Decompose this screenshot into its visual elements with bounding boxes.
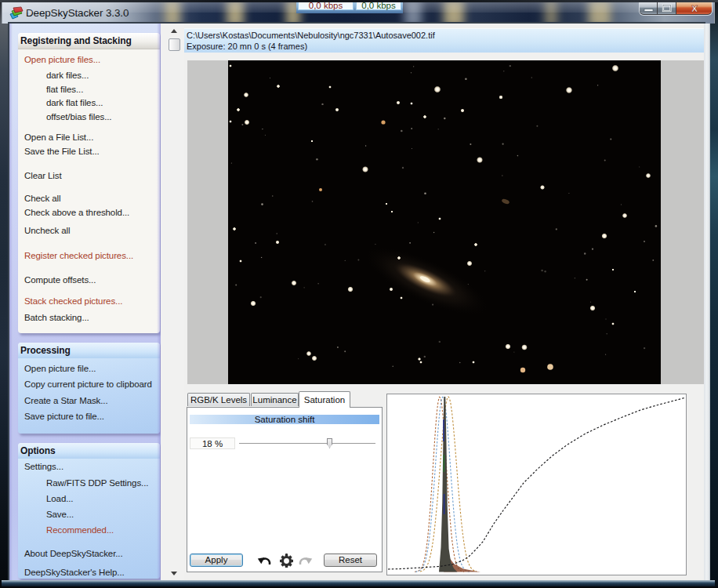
- svg-text:x: x: [691, 2, 698, 14]
